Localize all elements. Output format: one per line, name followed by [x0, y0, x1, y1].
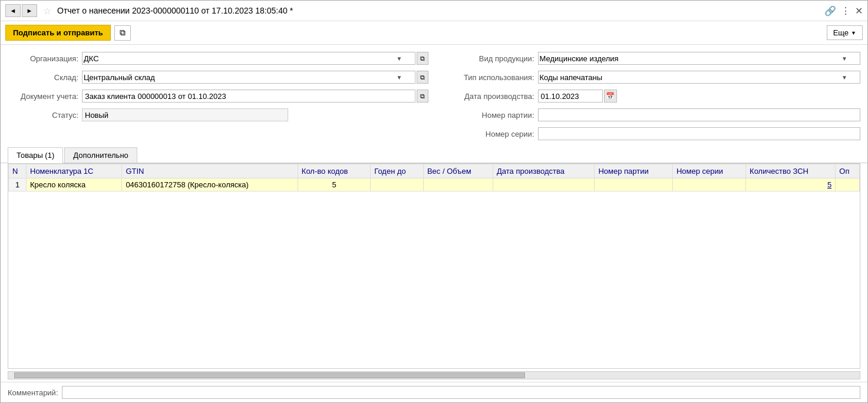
col-qty-zsn: Количество ЗСН — [746, 164, 836, 179]
batch-input[interactable] — [538, 108, 861, 121]
window-title: Отчет о нанесении 2023-0000000110 от 17.… — [57, 6, 821, 15]
scrollbar-area — [1, 369, 867, 382]
close-button[interactable]: ✕ — [855, 5, 863, 16]
cell-qty-zsn[interactable]: 5 — [746, 179, 836, 191]
batch-label: Номер партии: — [440, 111, 534, 120]
org-row: Организация: ДКС ▼ ⧉ — [8, 51, 428, 66]
comment-label: Комментарий: — [8, 388, 58, 397]
cell-nomenclature: Кресло коляска — [27, 179, 122, 191]
prod-type-row: Вид продукции: Медицинские изделия ▼ — [440, 51, 861, 66]
cell-qty-codes: 5 — [298, 179, 370, 191]
series-input-wrap — [538, 127, 861, 140]
goods-table: N Номенклатура 1С GTIN Кол-во кодов Годе… — [8, 164, 860, 191]
cell-weight-vol — [423, 179, 493, 191]
doc-open-button[interactable]: ⧉ — [417, 90, 428, 103]
warehouse-input-wrap: Центральный склад ▼ ⧉ — [82, 71, 428, 84]
cell-prod-date — [493, 179, 595, 191]
title-actions: 🔗 ⋮ ✕ — [824, 5, 863, 16]
prod-date-input[interactable] — [538, 90, 603, 103]
col-series: Номер серии — [672, 164, 745, 179]
cell-series — [672, 179, 745, 191]
use-type-row: Тип использования: Коды напечатаны ▼ — [440, 70, 861, 85]
use-type-select[interactable]: Коды напечатаны — [538, 71, 861, 84]
calendar-button[interactable]: 📅 — [604, 90, 617, 103]
col-batch: Номер партии — [595, 164, 673, 179]
table-row[interactable]: 1 Кресло коляска 04630160172758 (Кресло-… — [9, 179, 860, 191]
cell-op — [836, 179, 860, 191]
doc-row: Документ учета: Заказ клиента 000000013 … — [8, 88, 428, 104]
doc-label: Документ учета: — [8, 92, 78, 101]
horizontal-scrollbar[interactable] — [8, 371, 860, 379]
series-label: Номер серии: — [440, 130, 534, 138]
warehouse-row: Склад: Центральный склад ▼ ⧉ — [8, 70, 428, 85]
col-qty-codes: Кол-во кодов — [298, 164, 370, 179]
warehouse-select[interactable]: Центральный склад — [82, 71, 415, 84]
prod-date-row: Дата производства: 📅 — [440, 88, 861, 104]
table-area: N Номенклатура 1С GTIN Кол-во кодов Годе… — [8, 163, 860, 369]
series-input[interactable] — [538, 127, 861, 140]
tab-goods[interactable]: Товары (1) — [8, 147, 63, 163]
comment-input[interactable] — [62, 386, 861, 399]
form-right: Вид продукции: Медицинские изделия ▼ Тип… — [440, 51, 861, 141]
batch-row: Номер партии: — [440, 107, 861, 123]
org-select-wrap: ДКС ▼ — [82, 52, 415, 65]
tab-additional[interactable]: Дополнительно — [64, 147, 137, 163]
more-button[interactable]: Еще ▼ — [827, 25, 863, 40]
doc-input-wrap: Заказ клиента 000000013 от 01.10.2023 ⧉ — [82, 90, 428, 103]
favorite-icon[interactable]: ☆ — [43, 5, 51, 16]
col-gtin: GTIN — [122, 164, 298, 179]
org-select[interactable]: ДКС — [82, 52, 415, 65]
prod-date-label: Дата производства: — [440, 92, 534, 101]
copy-button[interactable]: ⧉ — [114, 25, 131, 41]
table-header: N Номенклатура 1С GTIN Кол-во кодов Годе… — [9, 164, 860, 179]
forward-button[interactable]: ► — [22, 4, 37, 17]
col-n: N — [9, 164, 27, 179]
use-type-select-wrap: Коды напечатаны ▼ — [538, 71, 861, 84]
back-button[interactable]: ◄ — [5, 4, 21, 17]
status-label: Статус: — [8, 111, 78, 120]
nav-buttons: ◄ ► — [5, 4, 37, 17]
cell-batch — [595, 179, 673, 191]
scrollbar-thumb[interactable] — [14, 372, 525, 378]
cell-n: 1 — [9, 179, 27, 191]
title-bar: ◄ ► ☆ Отчет о нанесении 2023-0000000110 … — [1, 1, 867, 21]
prod-type-select-wrap: Медицинские изделия ▼ — [538, 52, 861, 65]
form-area: Организация: ДКС ▼ ⧉ Склад: — [1, 45, 867, 147]
org-input-wrap: ДКС ▼ ⧉ — [82, 52, 428, 65]
cell-valid-to — [371, 179, 424, 191]
prod-type-select[interactable]: Медицинские изделия — [538, 52, 861, 65]
main-window: ◄ ► ☆ Отчет о нанесении 2023-0000000110 … — [0, 0, 868, 403]
warehouse-label: Склад: — [8, 73, 78, 82]
prod-date-input-wrap: 📅 — [538, 90, 861, 103]
prod-type-label: Вид продукции: — [440, 54, 534, 63]
more-icon[interactable]: ⋮ — [841, 5, 850, 16]
table-body: 1 Кресло коляска 04630160172758 (Кресло-… — [9, 179, 860, 191]
col-valid-to: Годен до — [371, 164, 424, 179]
use-type-label: Тип использования: — [440, 73, 534, 82]
comment-area: Комментарий: — [1, 382, 867, 402]
table-wrapper: N Номенклатура 1С GTIN Кол-во кодов Годе… — [8, 164, 860, 191]
warehouse-open-button[interactable]: ⧉ — [417, 71, 428, 84]
batch-input-wrap — [538, 108, 861, 121]
org-label: Организация: — [8, 54, 78, 63]
cell-gtin: 04630160172758 (Кресло-коляска) — [122, 179, 298, 191]
col-prod-date: Дата производства — [493, 164, 595, 179]
warehouse-select-wrap: Центральный склад ▼ — [82, 71, 415, 84]
form-left: Организация: ДКС ▼ ⧉ Склад: — [8, 51, 428, 141]
doc-input[interactable]: Заказ клиента 000000013 от 01.10.2023 — [82, 90, 415, 103]
status-input-wrap — [82, 108, 428, 121]
qty-zsn-link[interactable]: 5 — [827, 180, 831, 189]
sign-send-button[interactable]: Подписать и отправить — [5, 25, 111, 41]
series-row: Номер серии: — [440, 126, 861, 141]
header-row: N Номенклатура 1С GTIN Кол-во кодов Годе… — [9, 164, 860, 179]
status-input — [82, 108, 288, 121]
col-nomenclature: Номенклатура 1С — [27, 164, 122, 179]
tabs: Товары (1) Дополнительно — [1, 147, 867, 163]
org-open-button[interactable]: ⧉ — [417, 52, 428, 65]
col-weight-vol: Вес / Объем — [423, 164, 493, 179]
col-op: Оп — [836, 164, 860, 179]
link-icon[interactable]: 🔗 — [824, 5, 836, 16]
toolbar: Подписать и отправить ⧉ Еще ▼ — [1, 21, 867, 45]
status-row: Статус: — [8, 107, 428, 123]
